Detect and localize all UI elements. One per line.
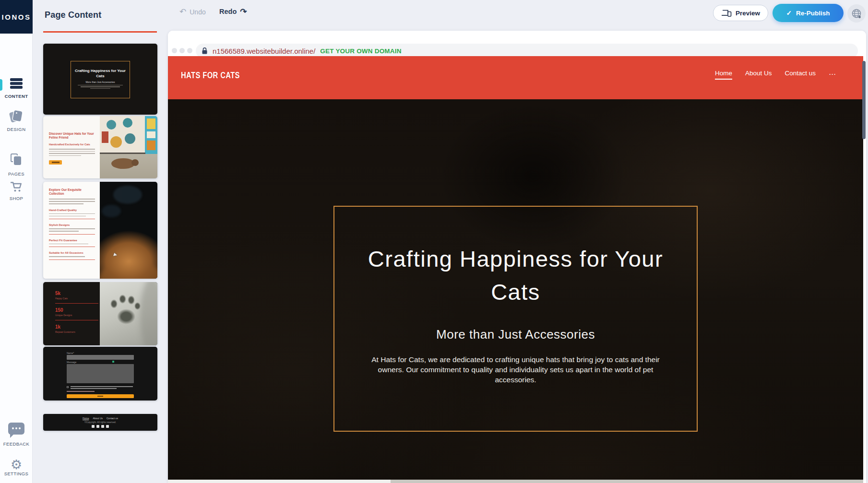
design-icon xyxy=(9,110,24,123)
thumb-collection-item: Hand-Crafted Quality xyxy=(49,209,95,212)
globe-icon xyxy=(851,8,862,19)
site-canvas: HATS FOR CATS Home About Us Contact us ⋯… xyxy=(168,56,863,483)
paw-print-photo xyxy=(100,282,157,345)
hero-section[interactable]: Crafting Happiness for Your Cats More th… xyxy=(168,99,863,480)
thumb-text-line xyxy=(49,228,95,229)
thumb-collection-text: Explore Our Exquisite Collection Hand-Cr… xyxy=(43,182,100,279)
sidebar-item-pages[interactable]: PAGES xyxy=(0,153,33,177)
redo-label: Redo xyxy=(219,8,237,15)
sidebar-item-design[interactable]: DESIGN xyxy=(0,110,33,132)
ionos-logo[interactable]: IONOS xyxy=(0,0,33,34)
sidebar-item-feedback[interactable]: FEEDBACK xyxy=(0,423,33,447)
thumb-hero-box: Crafting Happiness for Your Cats More th… xyxy=(71,61,130,98)
thumb-text-line xyxy=(78,85,123,86)
thumb-text-line xyxy=(49,256,85,257)
thumb-text-line xyxy=(49,203,83,204)
site-url: n1566589.websitebuilder.online/ xyxy=(213,47,315,55)
preview-scrollbar[interactable] xyxy=(862,61,866,139)
get-domain-link[interactable]: GET YOUR OWN DOMAIN xyxy=(320,47,401,55)
nav-item-home[interactable]: Home xyxy=(715,70,732,80)
thumb-text-line xyxy=(49,149,95,150)
thumb-shop-subheading: Handcrafted Exclusively for Cats xyxy=(49,143,95,146)
thumb-text-line xyxy=(49,153,95,154)
thumb-form-checkbox xyxy=(67,386,69,388)
thumb-text-line xyxy=(49,231,79,232)
thumb-form-note-line xyxy=(67,391,95,392)
thumb-footer-copyright: ©Copyright. All rights reserved. xyxy=(43,421,157,424)
stat-value: 5k xyxy=(55,291,100,296)
sidebar-item-shop[interactable]: SHOP xyxy=(0,180,33,201)
website-builder-app: ↶ Undo Redo ↷ Preview ✓ Re-Publish IONOS xyxy=(0,0,868,483)
stat-label: Repeat Customers xyxy=(55,330,100,333)
panel-accent-line xyxy=(43,31,157,33)
thumb-shop-heading: Discover Unique Hats for Your Feline Fri… xyxy=(49,132,95,140)
redo-button[interactable]: Redo ↷ xyxy=(219,8,247,15)
check-icon: ✓ xyxy=(786,9,792,17)
red-divider xyxy=(49,234,95,235)
thumb-text-line xyxy=(49,244,88,245)
panel-title: Page Content xyxy=(45,10,101,20)
thumb-collection-item: Stylish Designs xyxy=(49,224,95,226)
nav-item-contact[interactable]: Contact us xyxy=(785,70,816,80)
lock-icon xyxy=(202,47,208,55)
thumb-collection-item: Suitable for All Occasions xyxy=(49,251,95,254)
sidebar-item-content[interactable]: CONTENT xyxy=(0,78,33,99)
thumb-footer-links: Home About Us Contact us xyxy=(43,417,157,420)
settings-gear-icon: ⚙ xyxy=(11,458,22,472)
section-thumbnail-footer[interactable]: Home About Us Contact us ©Copyright. All… xyxy=(43,414,157,431)
red-divider xyxy=(55,320,98,320)
site-brand-logo[interactable]: HATS FOR CATS xyxy=(181,71,240,81)
section-thumbnail-collection[interactable]: Explore Our Exquisite Collection Hand-Cr… xyxy=(43,182,157,279)
undo-label: Undo xyxy=(190,8,205,16)
thumb-collection-heading: Explore Our Exquisite Collection xyxy=(49,188,95,196)
thumb-text-line xyxy=(90,88,110,89)
site-header[interactable]: HATS FOR CATS Home About Us Contact us ⋯ xyxy=(168,56,863,99)
thumb-text-line xyxy=(49,213,95,214)
window-control-dots xyxy=(172,48,192,53)
nav-item-about[interactable]: About Us xyxy=(745,70,772,80)
thumb-form-name-label: Name* xyxy=(67,352,74,354)
section-thumbnail-stats[interactable]: 5k Happy Cats 150 Unique Designs 1k Repe… xyxy=(43,282,157,345)
thumb-footer-social-icons xyxy=(43,425,157,428)
sidebar-item-label: SETTINGS xyxy=(0,471,33,476)
sidebar-item-label: CONTENT xyxy=(0,94,33,99)
thumb-text-line xyxy=(49,155,81,156)
hero-paragraph: At Hats for Cats, we are dedicated to cr… xyxy=(369,354,663,385)
red-divider xyxy=(49,247,95,247)
next-section-edge xyxy=(168,480,863,483)
section-thumbnail-shop[interactable]: Discover Unique Hats for Your Feline Fri… xyxy=(43,116,157,178)
stat-label: Happy Cats xyxy=(55,297,100,300)
thumb-shop-text: Discover Unique Hats for Your Feline Fri… xyxy=(43,116,100,178)
thumb-shop-now-button xyxy=(49,160,62,165)
feedback-icon xyxy=(8,423,24,435)
thumb-text-line xyxy=(49,151,95,152)
thumb-collection-item: Perfect Fit Guarantee xyxy=(49,239,95,242)
thumb-text-line xyxy=(49,201,95,202)
undo-button[interactable]: ↶ Undo xyxy=(179,8,206,16)
thumb-text-line xyxy=(81,86,120,87)
browser-url-bar: n1566589.websitebuilder.online/ GET YOUR… xyxy=(168,31,866,56)
instagram-icon xyxy=(106,425,109,428)
hero-title: Crafting Happiness for Your Cats xyxy=(357,242,674,308)
thumb-form-name-input xyxy=(67,355,134,360)
thumb-hero-subtitle: More than Just Accessories xyxy=(71,81,130,83)
preview-button[interactable]: Preview xyxy=(713,5,768,21)
nav-more-ellipsis[interactable]: ⋯ xyxy=(829,70,836,79)
republish-label: Re-Publish xyxy=(796,10,830,17)
sidebar-item-settings[interactable]: ⚙ SETTINGS xyxy=(0,459,33,476)
republish-button[interactable]: ✓ Re-Publish xyxy=(773,4,844,22)
street-cat-photo xyxy=(100,116,157,178)
section-thumbnail-contact-form[interactable]: Name* Message xyxy=(43,347,157,401)
stat-value: 1k xyxy=(55,324,100,330)
language-globe-button[interactable] xyxy=(847,4,866,23)
hero-text-block-selected[interactable]: Crafting Happiness for Your Cats More th… xyxy=(333,206,698,432)
thumb-text-line xyxy=(71,386,133,387)
devices-icon xyxy=(721,9,732,17)
thumb-hero-title: Crafting Happiness for Your Cats xyxy=(71,68,130,79)
pages-icon xyxy=(10,153,23,166)
section-thumbnail-hero[interactable]: Crafting Happiness for Your Cats More th… xyxy=(43,44,157,115)
thumb-text-line xyxy=(49,216,86,217)
thumb-form-icon xyxy=(112,361,114,363)
thumb-text-line xyxy=(49,199,95,200)
thumb-stats-text: 5k Happy Cats 150 Unique Designs 1k Repe… xyxy=(43,282,100,345)
